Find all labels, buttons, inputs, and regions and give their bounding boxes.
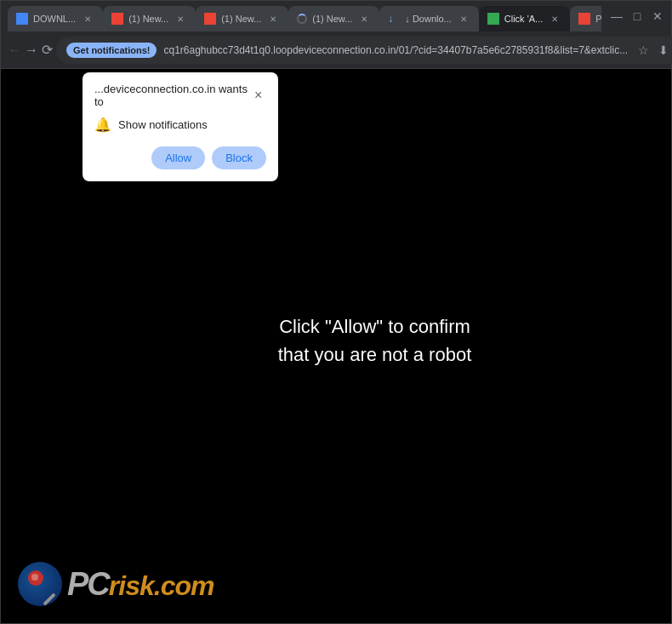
pcrisk-risk-text: risk.com [109,570,214,602]
tab-1[interactable]: DOWNL... ✕ [8,6,103,31]
tab-3-favicon [204,13,216,25]
tab-5[interactable]: ↓ ↓ Downlo... ✕ [379,6,478,31]
popup-notification-row: 🔔 Show notifications [94,117,266,133]
download-icon[interactable]: ⬇ [655,42,672,59]
content-area: ...deviceconnection.co.in wants to × 🔔 S… [1,69,671,623]
pcrisk-pc-text: PC [67,566,109,603]
title-bar: DOWNL... ✕ (1) New... ✕ (1) New... ✕ (1)… [1,1,671,31]
tab-1-close[interactable]: ✕ [81,12,94,26]
tab-6-close[interactable]: ✕ [548,12,561,26]
tab-1-favicon [16,13,28,25]
tab-4-close[interactable]: ✕ [357,12,371,26]
tab-2-favicon [111,13,123,25]
popup-close-button[interactable]: × [250,87,266,104]
forward-button[interactable]: → [25,37,38,64]
tab-2-title: (1) New... [128,14,168,24]
browser-window: DOWNL... ✕ (1) New... ✕ (1) New... ✕ (1)… [0,0,672,624]
tab-4[interactable]: (1) New... ✕ [288,6,379,31]
popup-origin: ...deviceconnection.co.in wants to [94,83,250,108]
notification-popup: ...deviceconnection.co.in wants to × 🔔 S… [83,72,278,181]
tab-3-title: (1) New... [221,14,261,24]
tab-3[interactable]: (1) New... ✕ [196,6,288,31]
pcrisk-text: PC risk.com [67,566,214,603]
get-notifications-badge[interactable]: Get notifications! [66,43,157,58]
pcrisk-watermark: PC risk.com [18,562,214,606]
popup-buttons: Allow Block [94,146,266,169]
block-button[interactable]: Block [212,146,266,169]
address-bar[interactable]: Get notifications! cq1r6aghubcc73d4t1q0.… [56,37,672,64]
toolbar: ← → ⟳ Get notifications! cq1r6aghubcc73d… [1,31,671,69]
page-message-line1: Click "Allow" to confirm [278,312,472,341]
tab-4-spinner [297,14,307,24]
pcrisk-logo [18,562,62,606]
address-text: cq1r6aghubcc73d4t1q0.loopdeviceconnectio… [163,44,628,56]
tab-7-favicon [578,13,590,25]
back-button[interactable]: ← [8,37,21,64]
window-controls: — □ ✕ [610,9,664,23]
tab-6-active[interactable]: Click 'A... ✕ [479,6,571,31]
maximize-button[interactable]: □ [630,9,644,23]
magnifier-icon [43,593,56,606]
page-message-line2: that you are not a robot [278,341,472,369]
tab-6-favicon [487,13,499,25]
minimize-button[interactable]: — [610,9,624,23]
tab-7[interactable]: Press ☆... ✕ [570,6,601,31]
popup-notification-label: Show notifications [118,118,208,131]
tab-6-title: Click 'A... [504,14,544,24]
bell-icon: 🔔 [94,117,111,133]
close-button[interactable]: ✕ [651,9,664,23]
tab-7-title: Press ☆... [595,14,601,25]
popup-header: ...deviceconnection.co.in wants to × [94,83,266,108]
address-icons: ☆ ⬇ 👤 ⋮ [635,42,672,59]
tab-3-close[interactable]: ✕ [266,12,280,26]
page-message: Click "Allow" to confirm that you are no… [278,312,472,369]
tab-bar: DOWNL... ✕ (1) New... ✕ (1) New... ✕ (1)… [8,1,601,31]
bookmark-icon[interactable]: ☆ [635,42,652,59]
tab-5-favicon: ↓ [388,13,400,25]
tab-1-title: DOWNL... [33,14,76,24]
tab-4-title: (1) New... [312,14,352,24]
tab-5-close[interactable]: ✕ [457,12,470,26]
reload-button[interactable]: ⟳ [42,37,53,64]
tab-5-title: ↓ Downlo... [405,14,451,24]
tab-2-close[interactable]: ✕ [174,12,187,26]
allow-button[interactable]: Allow [151,146,205,169]
tab-2[interactable]: (1) New... ✕ [103,6,196,31]
